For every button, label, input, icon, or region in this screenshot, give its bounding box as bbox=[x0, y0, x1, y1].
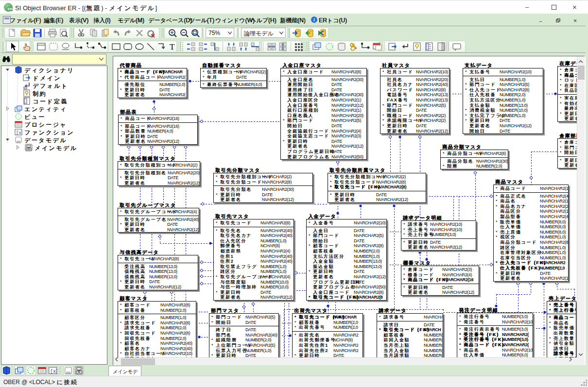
svg-text:T: T bbox=[170, 42, 175, 51]
svg-text:[x]: [x] bbox=[16, 131, 22, 135]
svg-text:[x]: [x] bbox=[50, 369, 57, 374]
